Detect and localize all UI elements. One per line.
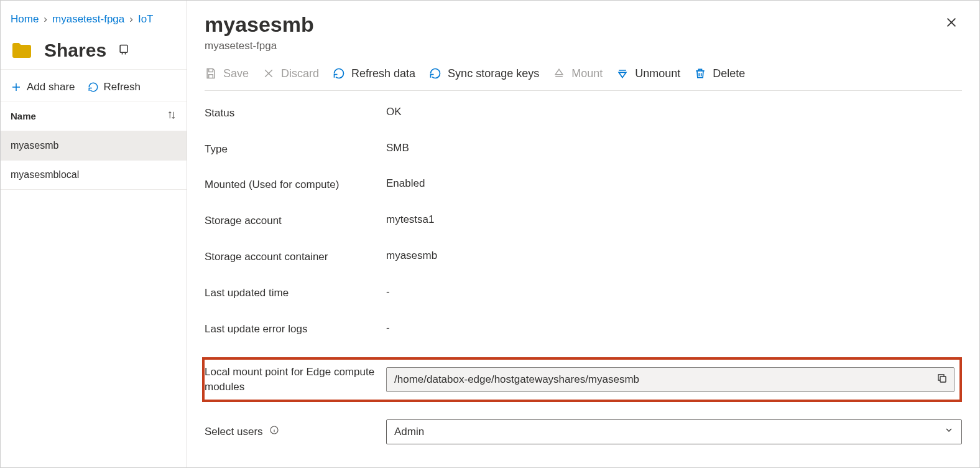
- mounted-label: Mounted (Used for compute): [205, 177, 386, 192]
- chevron-right-icon: ›: [129, 13, 133, 26]
- detail-title: myasesmb: [205, 12, 314, 37]
- share-detail-panel: myasesmb myasetest-fpga Save Discard Ref…: [187, 1, 979, 467]
- refresh-icon: [88, 82, 99, 93]
- storage-account-label: Storage account: [205, 213, 386, 228]
- mounted-value: Enabled: [386, 177, 962, 190]
- delete-icon: [694, 67, 706, 80]
- column-name-label: Name: [11, 111, 36, 121]
- info-icon[interactable]: [269, 425, 279, 435]
- status-value: OK: [386, 106, 962, 118]
- type-label: Type: [205, 142, 386, 157]
- select-users-value: Admin: [394, 426, 424, 438]
- sort-icon: [167, 110, 177, 122]
- select-users-label: Select users: [205, 424, 386, 439]
- add-share-button[interactable]: Add share: [11, 81, 75, 93]
- svg-rect-1: [940, 377, 946, 382]
- refresh-data-button[interactable]: Refresh data: [333, 67, 415, 80]
- list-item[interactable]: myasesmb: [1, 131, 187, 161]
- copy-button[interactable]: [930, 373, 954, 387]
- container-label: Storage account container: [205, 250, 386, 264]
- discard-button: Discard: [262, 67, 319, 80]
- last-updated-value: -: [386, 286, 962, 298]
- storage-account-value: mytestsa1: [386, 213, 962, 226]
- select-users-dropdown[interactable]: Admin: [386, 419, 962, 444]
- refresh-icon: [333, 67, 345, 80]
- shares-panel: Home › myasetest-fpga › IoT Shares Add s…: [1, 1, 187, 467]
- breadcrumb-home[interactable]: Home: [11, 13, 39, 26]
- svg-rect-0: [120, 45, 127, 52]
- chevron-right-icon: ›: [44, 13, 47, 26]
- chevron-down-icon: [944, 425, 954, 438]
- mount-icon: [553, 67, 565, 80]
- copy-icon: [936, 375, 948, 386]
- breadcrumb: Home › myasetest-fpga › IoT: [1, 7, 187, 32]
- unmount-button[interactable]: Unmount: [616, 67, 680, 80]
- shares-toolbar: Add share Refresh: [1, 69, 187, 101]
- error-logs-value: -: [386, 322, 962, 334]
- mount-point-label: Local mount point for Edge compute modul…: [205, 365, 386, 395]
- page-title: Shares: [44, 40, 106, 61]
- sync-icon: [429, 67, 441, 80]
- mount-point-input[interactable]: [387, 373, 930, 386]
- refresh-shares-label: Refresh: [104, 81, 141, 93]
- pin-icon[interactable]: [118, 44, 130, 58]
- breadcrumb-resource[interactable]: myasetest-fpga: [52, 13, 124, 26]
- detail-toolbar: Save Discard Refresh data Sync storage k…: [205, 52, 962, 91]
- unmount-icon: [616, 67, 629, 80]
- discard-icon: [262, 67, 275, 80]
- save-icon: [205, 67, 217, 80]
- type-value: SMB: [386, 142, 962, 154]
- mount-button: Mount: [553, 67, 603, 80]
- folder-icon: [11, 39, 33, 62]
- detail-subtitle: myasetest-fpga: [205, 40, 314, 52]
- error-logs-label: Last update error logs: [205, 322, 386, 337]
- delete-button[interactable]: Delete: [694, 67, 745, 80]
- sync-storage-button[interactable]: Sync storage keys: [429, 67, 539, 80]
- plus-icon: [11, 82, 22, 93]
- refresh-shares-button[interactable]: Refresh: [88, 81, 141, 93]
- last-updated-label: Last updated time: [205, 286, 386, 301]
- status-label: Status: [205, 106, 386, 121]
- breadcrumb-iot[interactable]: IoT: [138, 13, 154, 26]
- mount-point-highlight: Local mount point for Edge compute modul…: [202, 357, 962, 402]
- save-button: Save: [205, 67, 249, 80]
- close-button[interactable]: [941, 12, 962, 35]
- list-item[interactable]: myasesmblocal: [1, 161, 187, 190]
- shares-list-header[interactable]: Name: [1, 101, 187, 131]
- add-share-label: Add share: [27, 81, 75, 93]
- close-icon: [945, 21, 958, 31]
- container-value: myasesmb: [386, 250, 962, 262]
